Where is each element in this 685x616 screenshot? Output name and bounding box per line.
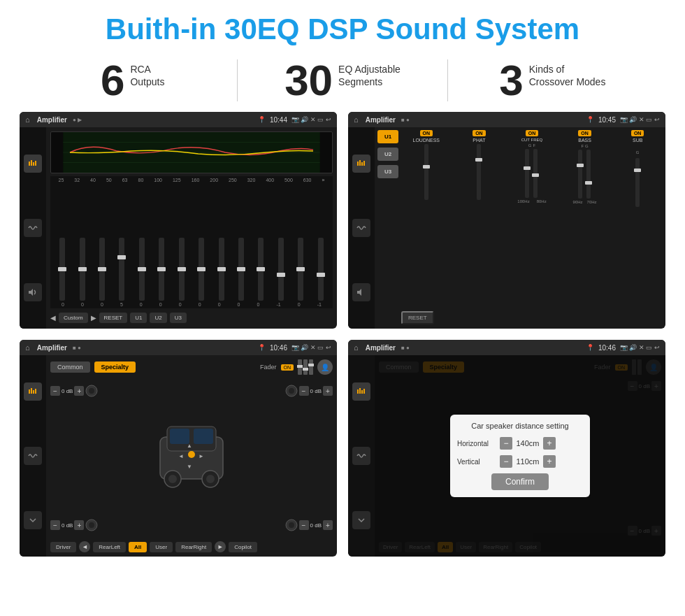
home-icon-2[interactable]: ⌂ (354, 115, 359, 124)
car-layout-area: − 0 dB + − 0 dB + (50, 378, 333, 538)
freq-630: 630 (303, 178, 312, 182)
sidebar-wave-icon[interactable] (24, 219, 42, 237)
eq-chart (50, 131, 333, 173)
eq-slider-2[interactable] (80, 238, 85, 301)
bl-plus[interactable]: + (74, 520, 84, 530)
sv-13: 0 (298, 302, 301, 307)
eq-slider-7[interactable] (179, 238, 185, 301)
slider-values-row: 0 0 0 5 0 0 0 0 0 0 0 -1 0 -1 (53, 302, 330, 307)
stat-crossover: 3 Kinds ofCrossover Modes (462, 59, 643, 102)
eq-slider-14[interactable] (318, 238, 324, 301)
vertical-minus[interactable]: − (500, 455, 512, 468)
screen-eq: ⌂ Amplifier ● ▶ 📍 10:44 📷 🔊 ✕ ▭ ↩ (20, 112, 337, 329)
horizontal-plus[interactable]: + (543, 437, 556, 450)
tr-plus[interactable]: + (323, 386, 333, 396)
sidebar-speaker-icon-2[interactable] (352, 283, 370, 301)
tl-minus[interactable]: − (50, 386, 60, 396)
sidebar-eq-icon-3[interactable] (24, 382, 42, 401)
tl-plus[interactable]: + (74, 386, 84, 396)
sidebar-wave-icon-3[interactable] (24, 447, 42, 465)
u2-select-btn[interactable]: U2 (377, 148, 398, 161)
reset-btn[interactable]: RESET (99, 313, 128, 323)
u3-select-btn[interactable]: U3 (377, 165, 398, 178)
right-chevron[interactable]: ► (215, 541, 226, 552)
u1-select-btn[interactable]: U1 (377, 130, 398, 143)
status-icons-1: 📷 🔊 ✕ ▭ ↩ (291, 116, 331, 123)
sidebar-expand-icon-4[interactable] (352, 511, 370, 529)
rearleft-btn[interactable]: RearLeft (93, 542, 126, 552)
svg-text:◄: ◄ (178, 453, 184, 459)
horizontal-minus[interactable]: − (500, 437, 512, 450)
driver-btn[interactable]: Driver (50, 542, 76, 552)
home-icon-4[interactable]: ⌂ (354, 343, 359, 352)
user-btn[interactable]: User (150, 542, 173, 552)
freq-25: 25 (59, 178, 64, 182)
home-icon-3[interactable]: ⌂ (25, 343, 30, 352)
screen3-bottom-btns: Driver ◄ RearLeft All User RearRight ► C… (50, 541, 333, 552)
svg-rect-18 (525, 149, 529, 198)
eq-slider-12[interactable] (278, 238, 284, 301)
bl-minus[interactable]: − (50, 520, 60, 530)
fader-s3[interactable] (309, 359, 313, 375)
amp-reset-btn[interactable]: RESET (401, 311, 434, 324)
sv-7: 0 (179, 302, 182, 307)
br-minus[interactable]: − (299, 520, 309, 530)
u1-btn[interactable]: U1 (130, 313, 147, 323)
left-chevron[interactable]: ◄ (79, 541, 90, 552)
sidebar-eq-icon-4[interactable] (352, 382, 370, 401)
freq-250: 250 (229, 178, 237, 182)
vertical-plus[interactable]: + (543, 455, 556, 468)
u-buttons-col: U1 U2 U3 (377, 130, 398, 326)
fader-s1[interactable] (298, 359, 302, 375)
eq-slider-6[interactable] (159, 238, 164, 301)
sidebar-eq-icon-2[interactable] (352, 155, 370, 173)
svg-rect-10 (359, 160, 361, 166)
dialog-title: Car speaker distance setting (457, 422, 583, 430)
eq-slider-8[interactable] (199, 238, 204, 301)
sub-sub: G (636, 144, 640, 157)
sidebar-wave-icon-4[interactable] (352, 447, 370, 465)
freq-160: 160 (192, 178, 200, 182)
screen3-sidebar (20, 355, 46, 557)
eq-slider-5[interactable] (139, 238, 145, 301)
eq-slider-10[interactable] (238, 238, 244, 301)
br-plus[interactable]: + (323, 520, 333, 530)
status-bar-4: ⌂ Amplifier ■ ● 📍 10:46 📷 🔊 ✕ ▭ ↩ (348, 340, 665, 355)
avatar-icon-3: 👤 (317, 359, 333, 375)
bass-on: ON (578, 130, 591, 136)
location-icon-3: 📍 (258, 344, 266, 351)
common-tab[interactable]: Common (50, 361, 90, 373)
u2-btn[interactable]: U2 (150, 313, 166, 323)
screen3-title: Amplifier (37, 344, 67, 352)
eq-slider-13[interactable] (298, 238, 303, 301)
freq-50: 50 (106, 178, 112, 182)
eq-slider-9[interactable] (219, 238, 224, 301)
sidebar-eq-icon[interactable] (24, 155, 42, 173)
u3-btn[interactable]: U3 (170, 313, 187, 323)
eq-slider-4[interactable] (119, 238, 124, 301)
sv-11: 0 (257, 302, 260, 307)
eq-slider-3[interactable] (99, 238, 105, 301)
eq-slider-11[interactable] (258, 238, 264, 301)
screen2-title: Amplifier (366, 116, 396, 124)
specialty-tab[interactable]: Specialty (94, 361, 136, 373)
play-btn[interactable]: ▶ (91, 314, 96, 322)
confirm-button[interactable]: Confirm (491, 473, 549, 490)
sidebar-speaker-icon[interactable] (24, 283, 42, 301)
eq-slider-1[interactable] (59, 238, 65, 301)
prev-btn[interactable]: ◀ (50, 314, 56, 322)
freq-more[interactable]: » (322, 178, 324, 182)
rearright-btn[interactable]: RearRight (175, 542, 212, 552)
horizontal-label: Horizontal (457, 440, 496, 447)
all-btn[interactable]: All (129, 542, 147, 552)
sidebar-wave-icon-2[interactable] (352, 219, 370, 237)
home-icon-1[interactable]: ⌂ (25, 115, 30, 124)
tr-minus[interactable]: − (299, 386, 309, 396)
copilot-btn[interactable]: Copilot (229, 542, 257, 552)
time-4: 10:46 (598, 344, 616, 352)
bass-label: BASS (578, 138, 591, 143)
freq-100: 100 (154, 178, 162, 182)
fader-s2[interactable] (303, 359, 308, 375)
sidebar-expand-icon-3[interactable] (24, 511, 42, 529)
custom-btn[interactable]: Custom (59, 313, 88, 323)
